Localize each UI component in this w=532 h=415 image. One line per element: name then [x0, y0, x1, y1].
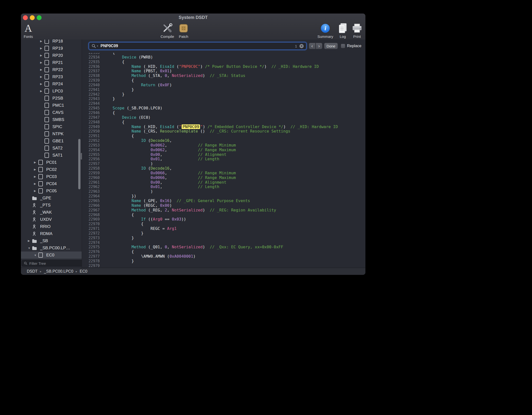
- breadcrumb-item[interactable]: DSDT: [27, 269, 38, 274]
- disclosure-triangle-right-icon[interactable]: ▶: [40, 89, 45, 93]
- tree-item-pc01[interactable]: ▶PC01: [21, 159, 82, 166]
- tree-item-sb-pc00-lp[interactable]: ▼_SB.PC00.LP…: [21, 244, 82, 252]
- tree-item-gpe[interactable]: _GPE: [21, 194, 82, 202]
- code-line[interactable]: 22977 \AMW0.AMWN (0xA0040001): [82, 254, 365, 259]
- code-line[interactable]: 22972 }: [82, 231, 365, 236]
- code-line[interactable]: 22964 }): [82, 194, 365, 199]
- toolbar-print-button[interactable]: Print: [346, 22, 365, 39]
- tree-item-uxdv[interactable]: UXDV: [21, 216, 82, 223]
- disclosure-triangle-right-icon[interactable]: ▶: [40, 75, 45, 78]
- search-options-chevron-icon[interactable]: ▾: [97, 45, 98, 47]
- tree-item-sb[interactable]: ▶_SB: [21, 237, 82, 244]
- code-line[interactable]: 22944: [82, 101, 365, 106]
- disclosure-triangle-right-icon[interactable]: ▶: [34, 189, 38, 193]
- code-line[interactable]: 22943 }: [82, 97, 365, 101]
- tree-item-spic[interactable]: SPIC: [21, 123, 82, 130]
- code-line[interactable]: 22973 }: [82, 236, 365, 240]
- window-header[interactable]: System DSDT A Fonts Compile: [21, 14, 365, 40]
- tree-item-pc04[interactable]: ▶PC04: [21, 180, 82, 187]
- filter-tree-field[interactable]: [22, 260, 82, 267]
- code-line[interactable]: 22971 REGC = Arg1: [82, 226, 365, 231]
- code-line[interactable]: 22963 ): [82, 189, 365, 194]
- toolbar-patch-button[interactable]: Patch: [172, 22, 195, 39]
- find-previous-button[interactable]: ‹: [309, 43, 315, 49]
- tree-item-sat1[interactable]: SAT1: [21, 152, 82, 159]
- tree-item-rrio[interactable]: RRIO: [21, 223, 82, 230]
- code-line[interactable]: 22970 {: [82, 222, 365, 226]
- tree-item-rp21[interactable]: ▶RP21: [21, 59, 82, 66]
- code-line[interactable]: 22947 Device (EC0): [82, 115, 365, 120]
- code-line[interactable]: 22976 {: [82, 250, 365, 254]
- code-line[interactable]: 22939 {: [82, 78, 365, 83]
- code-line[interactable]: 22958 IO (Decode16,: [82, 166, 365, 171]
- disclosure-triangle-right-icon[interactable]: ▶: [40, 82, 45, 86]
- code-line[interactable]: 22956 0x01, // Length: [82, 157, 365, 162]
- code-line[interactable]: 22948 {: [82, 120, 365, 125]
- tree-item-pc05[interactable]: ▶PC05: [21, 187, 82, 194]
- disclosure-triangle-right-icon[interactable]: ▶: [28, 239, 32, 242]
- tree-item-pts[interactable]: _PTS: [21, 202, 82, 209]
- tree-item-rdma[interactable]: RDMA: [21, 230, 82, 237]
- breadcrumb-item[interactable]: _SB.PC00.LPC0: [44, 269, 73, 274]
- code-line[interactable]: 22938 Method (_STA, 0, NotSerialized) //…: [82, 74, 365, 78]
- code-line[interactable]: 22979: [82, 264, 365, 268]
- code-line[interactable]: 22952 IO (Decode16,: [82, 138, 365, 143]
- tree-item-rp18[interactable]: ▶RP18: [21, 40, 82, 45]
- done-button[interactable]: Done: [324, 43, 338, 49]
- code-line[interactable]: 22937 Name (PBST, 0x01): [82, 69, 365, 74]
- breadcrumb-item[interactable]: EC0: [80, 269, 87, 274]
- search-field[interactable]: ▾ 1 ×: [89, 42, 306, 50]
- code-line[interactable]: 22959 0x0066, // Range Minimum: [82, 171, 365, 176]
- code-line[interactable]: 22951 {: [82, 134, 365, 138]
- disclosure-triangle-right-icon[interactable]: ▶: [34, 175, 38, 178]
- sidebar-scrollbar-thumb[interactable]: [78, 139, 80, 189]
- code-line[interactable]: 22969 If ((Arg0 == 0x03)): [82, 217, 365, 222]
- tree-item-rp22[interactable]: ▶RP22: [21, 66, 82, 73]
- code-line[interactable]: 22946 {: [82, 111, 365, 115]
- code-line[interactable]: 22965 Name (_GPE, 0x16) // _GPE: General…: [82, 199, 365, 203]
- code-line[interactable]: 22942 }: [82, 92, 365, 97]
- tree-item-p2sb[interactable]: P2SB: [21, 95, 82, 102]
- code-editor[interactable]: 22933 {22934 Device (PWRB)22935 {22936 N…: [82, 53, 365, 268]
- disclosure-triangle-right-icon[interactable]: ▶: [40, 61, 45, 64]
- code-line[interactable]: 22953 0x0062, // Range Minimum: [82, 143, 365, 148]
- tree-item-rp23[interactable]: ▶RP23: [21, 73, 82, 80]
- code-line[interactable]: 22955 0x00, // Alignment: [82, 152, 365, 157]
- code-line[interactable]: 22967 Method (_REG, 2, NotSerialized) //…: [82, 208, 365, 213]
- tree-item-cavs[interactable]: CAVS: [21, 109, 82, 116]
- code-line[interactable]: 22974: [82, 240, 365, 245]
- tree-item-rp19[interactable]: ▶RP19: [21, 45, 82, 52]
- tree-item-gbe1[interactable]: GBE1: [21, 137, 82, 145]
- code-line[interactable]: 22949 Name (_HID, EisaId ("PNP0C09") /* …: [82, 125, 365, 129]
- find-next-button[interactable]: ›: [316, 43, 322, 49]
- code-line[interactable]: 22935 {: [82, 60, 365, 64]
- code-line[interactable]: 22940 Return (0x0F): [82, 83, 365, 88]
- disclosure-triangle-down-icon[interactable]: ▼: [28, 247, 32, 250]
- code-line[interactable]: 22941 }: [82, 88, 365, 92]
- disclosure-triangle-right-icon[interactable]: ▶: [40, 40, 45, 43]
- filter-input[interactable]: [29, 261, 82, 266]
- code-line[interactable]: 22975 Method (_Q01, 0, NotSerialized) //…: [82, 245, 365, 250]
- disclosure-triangle-right-icon[interactable]: ▶: [34, 182, 38, 185]
- replace-checkbox[interactable]: [341, 44, 345, 48]
- tree-item-ec0[interactable]: ▼EC0: [21, 252, 82, 259]
- disclosure-triangle-right-icon[interactable]: ▶: [40, 47, 45, 50]
- code-line[interactable]: 22936 Name (_HID, EisaId ("PNP0C0C") /* …: [82, 64, 365, 69]
- code-line[interactable]: 22960 0x0066, // Range Maximum: [82, 176, 365, 180]
- tree-item-rp24[interactable]: ▶RP24: [21, 80, 82, 88]
- tree-item-lpc0[interactable]: ▶LPC0: [21, 88, 82, 95]
- code-line[interactable]: 22954 0x0062, // Range Maximum: [82, 148, 365, 152]
- code-line[interactable]: 22934 Device (PWRB): [82, 55, 365, 60]
- toolbar-fonts-button[interactable]: A Fonts: [21, 22, 39, 39]
- code-line[interactable]: 22978 }: [82, 259, 365, 264]
- tree-item-wak[interactable]: _WAK: [21, 209, 82, 216]
- disclosure-triangle-right-icon[interactable]: ▶: [34, 161, 38, 164]
- tree-item-pc03[interactable]: ▶PC03: [21, 173, 82, 180]
- disclosure-triangle-right-icon[interactable]: ▶: [40, 68, 45, 71]
- tree-item-sat2[interactable]: SAT2: [21, 145, 82, 152]
- tree-item-pc02[interactable]: ▶PC02: [21, 166, 82, 173]
- code-line[interactable]: 22957 ): [82, 162, 365, 166]
- code-line[interactable]: 22968 {: [82, 213, 365, 217]
- code-line[interactable]: 22950 Name (_CRS, ResourceTemplate () //…: [82, 129, 365, 134]
- tree-item-rp20[interactable]: ▶RP20: [21, 52, 82, 59]
